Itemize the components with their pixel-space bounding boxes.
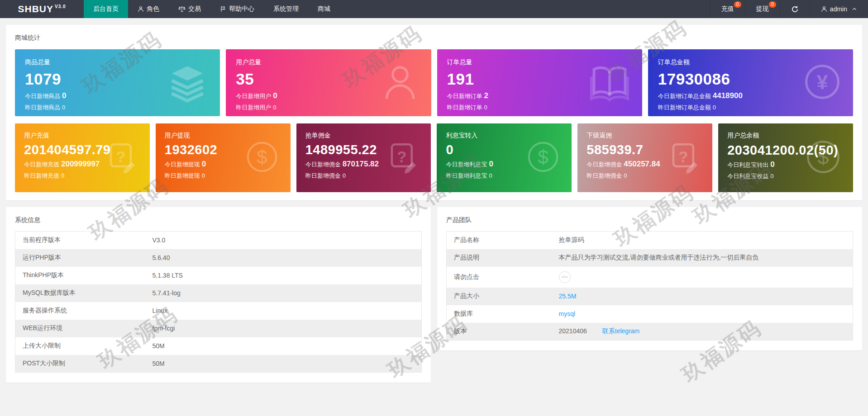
svg-text:?: ? bbox=[397, 148, 407, 165]
broken-image-404-badge: 404 bbox=[559, 271, 571, 283]
logo-text: SHBUY bbox=[18, 4, 53, 14]
chevron-up-icon bbox=[852, 6, 857, 12]
stats-row-1: 商品总量 1079 今日新增商品0 昨日新增商品0 用户总量 35 今日新增用户… bbox=[15, 49, 853, 116]
dollar-circle-icon: $ bbox=[526, 140, 560, 175]
table-row: ThinkPHP版本5.1.38 LTS bbox=[15, 267, 422, 284]
stat-card-order-commission: 抢单佣金 1489955.22 今日新增佣金870175.82 昨日新增佣金0 … bbox=[296, 123, 431, 192]
table-row: POST大小限制50M bbox=[15, 355, 422, 373]
top-navbar: SHBUY V3.0 后台首页 角色 交易 帮助中心 系统管理 bbox=[0, 0, 868, 18]
app-logo: SHBUY V3.0 bbox=[0, 0, 84, 18]
nav-item-system[interactable]: 系统管理 bbox=[264, 0, 308, 18]
user-icon bbox=[138, 6, 144, 12]
svg-text:$: $ bbox=[538, 147, 548, 168]
table-row: 产品大小25.5M bbox=[447, 288, 853, 305]
table-row: 产品名称抢单源码 bbox=[447, 232, 853, 249]
person-icon bbox=[381, 62, 420, 103]
nav-item-trade[interactable]: 交易 bbox=[169, 0, 210, 18]
username: admin bbox=[830, 5, 847, 13]
stat-card-user-balance: 用户总余额 203041200.02(50) 今日利息宝转出0 今日利息宝收益0… bbox=[718, 123, 853, 192]
table-row: WEB运行环境fpm-fcgi bbox=[15, 320, 422, 337]
dollar-circle-icon: $ bbox=[805, 139, 841, 177]
edit-question-icon: ? bbox=[386, 140, 419, 175]
stat-card-user-recharge: 用户充值 201404597.79 今日新增充值200999997 昨日新增充值… bbox=[15, 123, 150, 192]
refresh-button[interactable] bbox=[780, 0, 810, 18]
database-link[interactable]: mysql bbox=[559, 310, 576, 317]
svg-text:$: $ bbox=[817, 146, 829, 169]
user-menu[interactable]: admin bbox=[810, 0, 868, 18]
svg-text:?: ? bbox=[678, 148, 688, 165]
edit-question-icon: ? bbox=[667, 140, 701, 175]
system-info-panel: 系统信息 当前程序版本V3.0 运行PHP版本5.6.40 ThinkPHP版本… bbox=[6, 207, 431, 383]
system-info-title: 系统信息 bbox=[15, 216, 422, 224]
svg-text:¥: ¥ bbox=[817, 71, 828, 93]
stat-card-interest-in: 利息宝转入 0 今日新增利息宝0 昨日新增利息宝0 $ bbox=[437, 123, 572, 192]
user-icon bbox=[821, 6, 827, 12]
svg-text:$: $ bbox=[257, 147, 267, 168]
product-team-table: 产品名称抢单源码 产品说明本产品只为学习测试交流,请勿要做商业或者用于违法行为,… bbox=[446, 231, 853, 340]
table-row: 运行PHP版本5.6.40 bbox=[15, 249, 422, 267]
scales-icon bbox=[178, 5, 186, 13]
recharge-badge: 0 bbox=[734, 1, 741, 8]
stat-card-order-amount: 订单总金额 17930086 今日新增订单总金额4418900 昨日新增订单总金… bbox=[648, 49, 853, 116]
layers-icon bbox=[167, 61, 208, 104]
logo-version: V3.0 bbox=[55, 4, 66, 9]
main-menu: 后台首页 角色 交易 帮助中心 系统管理 商城 bbox=[84, 0, 340, 18]
recharge-button[interactable]: 充值 0 bbox=[710, 0, 745, 18]
nav-item-help-center[interactable]: 帮助中心 bbox=[210, 0, 264, 18]
withdraw-badge: 0 bbox=[769, 1, 776, 8]
book-icon bbox=[589, 61, 630, 104]
product-team-panel: 产品团队 产品名称抢单源码 产品说明本产品只为学习测试交流,请勿要做商业或者用于… bbox=[437, 207, 862, 350]
stats-row-2: 用户充值 201404597.79 今日新增充值200999997 昨日新增充值… bbox=[15, 123, 853, 192]
product-size-link[interactable]: 25.5M bbox=[559, 293, 577, 300]
svg-text:?: ? bbox=[116, 148, 125, 165]
stats-panel-title: 商城统计 bbox=[15, 34, 853, 42]
stat-card-products-total: 商品总量 1079 今日新增商品0 昨日新增商品0 bbox=[15, 49, 220, 116]
withdraw-button[interactable]: 提现 0 bbox=[745, 0, 780, 18]
nav-item-roles[interactable]: 角色 bbox=[128, 0, 169, 18]
nav-item-mall[interactable]: 商城 bbox=[308, 0, 340, 18]
system-info-table: 当前程序版本V3.0 运行PHP版本5.6.40 ThinkPHP版本5.1.3… bbox=[15, 231, 422, 373]
refresh-icon bbox=[791, 5, 799, 13]
nav-item-dashboard[interactable]: 后台首页 bbox=[84, 0, 128, 18]
flag-icon bbox=[220, 6, 226, 12]
navbar-right: 充值 0 提现 0 admin bbox=[710, 0, 868, 18]
stat-card-user-withdraw: 用户提现 1932602 今日新增提现0 昨日新增提现0 $ bbox=[156, 123, 291, 192]
mall-stats-panel: 商城统计 商品总量 1079 今日新增商品0 昨日新增商品0 用户总量 35 今… bbox=[6, 25, 862, 200]
table-row: 产品说明本产品只为学习测试交流,请勿要做商业或者用于违法行为,一切后果自负 bbox=[447, 249, 853, 267]
table-row: 版本20210406联系telegram bbox=[447, 323, 853, 340]
product-team-title: 产品团队 bbox=[446, 216, 853, 224]
table-row: 上传大小限制50M bbox=[15, 337, 422, 355]
stat-card-sub-rebate: 下级返佣 585939.7 今日新增佣金450257.84 昨日新增佣金0 ? bbox=[577, 123, 712, 192]
telegram-link[interactable]: 联系telegram bbox=[602, 327, 639, 335]
table-row: 数据库mysql bbox=[447, 305, 853, 323]
yen-circle-icon: ¥ bbox=[803, 63, 841, 103]
table-row: 服务器操作系统Linux bbox=[15, 302, 422, 320]
table-row: 当前程序版本V3.0 bbox=[15, 232, 422, 249]
dollar-circle-icon: $ bbox=[245, 140, 279, 175]
table-row: MySQL数据库版本5.7.41-log bbox=[15, 284, 422, 302]
stat-card-orders-total: 订单总量 191 今日新增订单2 昨日新增订单0 bbox=[437, 49, 642, 116]
table-row: 请勿点击404 bbox=[447, 267, 853, 288]
stat-card-users-total: 用户总量 35 今日新增用户0 昨日新增用户0 bbox=[226, 49, 431, 116]
edit-question-icon: ? bbox=[105, 140, 138, 175]
